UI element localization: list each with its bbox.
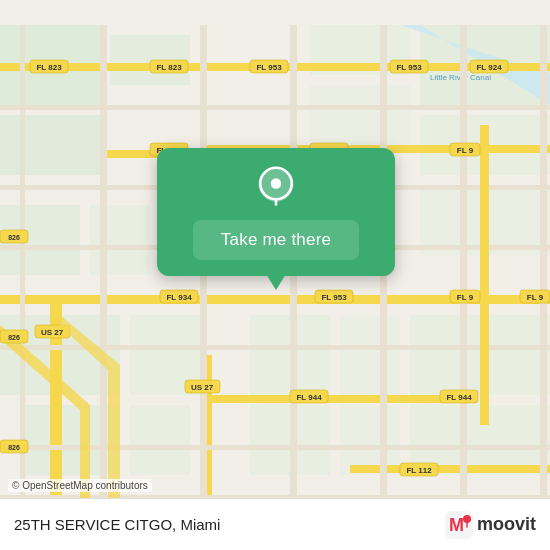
svg-text:826: 826 (8, 444, 20, 451)
svg-rect-28 (0, 295, 280, 304)
location-pin-icon (255, 166, 297, 208)
svg-rect-20 (310, 85, 410, 145)
take-me-there-button[interactable]: Take me there (193, 220, 359, 260)
svg-text:FL 112: FL 112 (406, 466, 432, 475)
bottom-bar: 25TH SERVICE CITGO, Miami M moovit (0, 498, 550, 550)
svg-text:FL 823: FL 823 (36, 63, 62, 72)
moovit-icon: M (445, 511, 473, 539)
svg-text:FL 953: FL 953 (321, 293, 347, 302)
popup-card: Take me there (157, 148, 395, 276)
svg-rect-46 (0, 105, 550, 110)
svg-text:826: 826 (8, 334, 20, 341)
svg-text:FL 953: FL 953 (396, 63, 422, 72)
svg-point-90 (271, 178, 282, 189)
map-attribution: © OpenStreetMap contributors (8, 479, 152, 492)
moovit-text: moovit (477, 514, 536, 535)
svg-text:FL 924: FL 924 (476, 63, 502, 72)
svg-text:FL 9: FL 9 (457, 293, 474, 302)
svg-rect-9 (130, 405, 190, 475)
svg-rect-12 (340, 315, 400, 395)
svg-point-93 (463, 515, 471, 523)
svg-text:US 27: US 27 (191, 383, 214, 392)
svg-text:FL 9: FL 9 (527, 293, 544, 302)
svg-text:FL 823: FL 823 (156, 63, 182, 72)
svg-rect-5 (90, 205, 150, 275)
popup-tail (266, 274, 286, 290)
svg-text:FL 9: FL 9 (457, 146, 474, 155)
svg-text:US 27: US 27 (41, 328, 64, 337)
svg-text:M: M (449, 515, 464, 535)
attribution-text: © OpenStreetMap contributors (12, 480, 148, 491)
svg-text:FL 953: FL 953 (256, 63, 282, 72)
svg-rect-47 (480, 125, 489, 425)
svg-text:FL 934: FL 934 (166, 293, 192, 302)
svg-text:826: 826 (8, 234, 20, 241)
location-name: 25TH SERVICE CITGO, Miami (14, 516, 220, 533)
svg-rect-15 (340, 405, 400, 475)
moovit-logo: M moovit (445, 511, 536, 539)
svg-text:FL 944: FL 944 (446, 393, 472, 402)
svg-rect-2 (0, 115, 100, 175)
map-container: Little River Canal (0, 0, 550, 550)
svg-text:FL 944: FL 944 (296, 393, 322, 402)
